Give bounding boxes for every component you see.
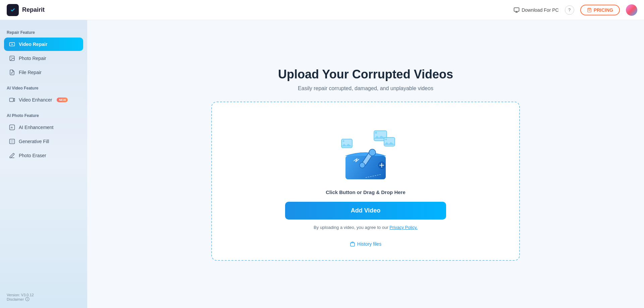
video-enhancer-icon <box>9 97 15 103</box>
sidebar-item-label: Photo Eraser <box>19 153 46 158</box>
svg-text:AI: AI <box>11 126 13 129</box>
version-text: Version: V3.0.12 <box>7 293 83 297</box>
sidebar-item-photo-eraser[interactable]: Photo Eraser <box>4 149 83 162</box>
svg-rect-1 <box>514 8 519 11</box>
main-content: Upload Your Corrupted Videos Easily repa… <box>87 20 644 308</box>
privacy-policy-link[interactable]: Privacy Policy. <box>389 225 418 230</box>
file-repair-icon <box>9 69 15 76</box>
upload-dropzone[interactable]: Click Button or Drag & Drop Here Add Vid… <box>211 102 520 261</box>
svg-point-29 <box>385 139 387 140</box>
ai-enhancement-icon: AI <box>9 124 15 131</box>
disclaimer-link[interactable]: Disclaimer <box>7 297 83 301</box>
sidebar-item-video-enhancer[interactable]: Video Enhancer NEW <box>4 93 83 107</box>
svg-marker-4 <box>12 44 13 45</box>
sidebar-item-label: Video Repair <box>19 42 47 47</box>
svg-point-25 <box>375 132 377 134</box>
sidebar-item-generative-fill[interactable]: Generative Fill <box>4 135 83 148</box>
download-pc-button[interactable]: Download For PC <box>514 7 559 13</box>
upload-illustration <box>332 119 399 183</box>
photo-eraser-icon <box>9 152 15 159</box>
sidebar-item-label: Generative Fill <box>19 139 49 144</box>
header-right: Download For PC ? PRICING <box>514 4 637 16</box>
page-subtitle: Easily repair corrupted, damaged, and un… <box>298 85 433 91</box>
sidebar: Repair Feature Video Repair Photo Repair <box>0 20 87 308</box>
sidebar-footer: Version: V3.0.12 Disclaimer <box>4 286 83 301</box>
svg-point-6 <box>11 57 11 58</box>
svg-point-20 <box>360 163 365 168</box>
pricing-button[interactable]: PRICING <box>580 5 620 15</box>
svg-point-19 <box>369 149 376 156</box>
svg-rect-9 <box>10 98 13 102</box>
sidebar-item-video-repair[interactable]: Video Repair <box>4 38 83 51</box>
info-icon <box>25 297 30 301</box>
privacy-note: By uploading a video, you agree to our P… <box>314 225 418 230</box>
user-avatar[interactable] <box>626 4 637 16</box>
sidebar-item-label: Video Enhancer <box>19 97 52 103</box>
drop-hint: Click Button or Drag & Drop Here <box>326 189 406 195</box>
svg-point-27 <box>343 140 344 142</box>
page-title: Upload Your Corrupted Videos <box>278 67 453 81</box>
ai-video-feature-label: AI Video Feature <box>4 86 83 90</box>
app-logo <box>7 4 19 16</box>
ai-photo-feature-label: AI Photo Feature <box>4 113 83 118</box>
sidebar-item-label: Photo Repair <box>19 56 46 61</box>
photo-repair-icon <box>9 55 15 62</box>
svg-rect-12 <box>10 139 15 144</box>
support-button[interactable]: ? <box>565 5 574 15</box>
sidebar-item-photo-repair[interactable]: Photo Repair <box>4 52 83 65</box>
app-title: Repairit <box>22 6 45 13</box>
cart-icon <box>587 8 592 12</box>
app-header: Repairit Download For PC ? PRICING <box>0 0 644 20</box>
header-left: Repairit <box>7 4 45 16</box>
upload-section: Upload Your Corrupted Videos Easily repa… <box>205 54 527 274</box>
history-files-link[interactable]: History files <box>350 241 381 247</box>
sidebar-item-label: AI Enhancement <box>19 125 54 130</box>
monitor-icon <box>514 7 520 13</box>
new-badge: NEW <box>57 98 68 102</box>
generative-fill-icon <box>9 138 15 145</box>
sidebar-item-label: File Repair <box>19 70 42 75</box>
sidebar-item-ai-enhancement[interactable]: AI AI Enhancement <box>4 121 83 134</box>
sidebar-item-file-repair[interactable]: File Repair <box>4 66 83 79</box>
add-video-button[interactable]: Add Video <box>285 202 446 220</box>
history-icon <box>350 241 355 247</box>
video-repair-icon <box>9 41 15 48</box>
app-layout: Repair Feature Video Repair Photo Repair <box>0 20 644 308</box>
repair-feature-label: Repair Feature <box>4 30 83 35</box>
